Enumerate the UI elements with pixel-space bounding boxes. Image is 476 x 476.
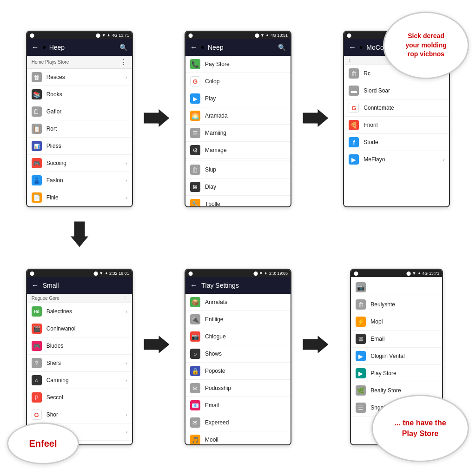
bubble-text-sick: Sick dereadyour moldingrop vicbnos (405, 32, 447, 59)
svg-marker-4 (303, 335, 329, 354)
item-icon: ✉ (356, 334, 366, 344)
item-icon: 🎵 (190, 435, 200, 444)
divider (185, 160, 291, 160)
list-item[interactable]: ▶Play (185, 90, 291, 107)
svg-marker-3 (144, 335, 170, 354)
list-item[interactable]: 🎵Mooil (185, 431, 291, 444)
toolbar-title-1: Heep (49, 44, 116, 51)
back-button-2[interactable]: ← (190, 43, 198, 52)
item-icon: 📄 (32, 192, 42, 203)
item-icon: G (349, 103, 359, 113)
bubble-text-play-store: ... tne have thePlay Store (394, 418, 446, 439)
toolbar-4: ← Small (27, 277, 132, 294)
list-item[interactable]: ✉Expereed (185, 414, 291, 431)
item-icon: 🎮 (32, 158, 42, 168)
item-icon: 📊 (32, 141, 42, 151)
toolbar-5: ← Tlay Settings (185, 277, 291, 294)
list-item[interactable]: ✉Email (351, 331, 442, 348)
item-icon: ▬ (349, 86, 359, 96)
list-item[interactable]: ⚡Mopi (351, 313, 442, 331)
item-icon: 🗑 (356, 299, 366, 310)
item-icon: 🔌 (190, 314, 200, 324)
list-item[interactable]: ⚙Mamage (185, 142, 291, 159)
list-item[interactable]: ▶Play Store (351, 365, 442, 382)
list-item[interactable]: 🗑Slup (185, 161, 291, 178)
search-icon-1[interactable]: 🔍 (119, 44, 127, 51)
back-button-5[interactable]: ← (190, 281, 198, 290)
list-item[interactable]: 🎬Coninwanoi (27, 320, 132, 337)
list-item[interactable]: ▶Clogiin Vental (351, 348, 442, 365)
back-button-3[interactable]: ← (349, 43, 356, 52)
list-item[interactable]: 🌅Aramada (185, 107, 291, 125)
statusbar-4: ⬤ ⬤ ▼ ✦ 2:32 19:01 (27, 270, 132, 277)
item-icon: G (32, 410, 42, 420)
svg-marker-1 (70, 221, 89, 247)
list-item[interactable]: ?Shers› (27, 355, 132, 372)
item-icon: 📞 (190, 59, 200, 69)
svg-marker-2 (303, 109, 329, 127)
list-item[interactable]: 📦Anrralats (185, 294, 291, 311)
arrow-right-4 (303, 335, 329, 356)
list-item[interactable]: GColop (185, 73, 291, 90)
list-item[interactable]: ○Camning› (27, 372, 132, 389)
cell-phone6: ⬤ ⬤ ▼ ✦ 4G 13:71 📷 🗑Beulyshte ⚡Mopi ✉Ema… (317, 238, 476, 476)
list-item[interactable]: 📚Rooks (27, 86, 132, 103)
arrow-right-3 (144, 335, 170, 356)
statusbar-2: ⬤ ⬤ ▼ ✦ 4G 13:51 (185, 32, 291, 39)
cell-phone2: ⬤ ⬤ ▼ ✦ 4G 13:51 ← Neep 🔍 📞Pay Store GCo… (159, 0, 317, 238)
list-item[interactable]: 🎮Bludes (27, 337, 132, 355)
list-item[interactable]: ▬Slord Soar (344, 82, 449, 99)
item-icon: 🗑 (349, 68, 359, 79)
toolbar-title-2: Neep (208, 44, 274, 51)
item-icon: 🎮 (32, 341, 42, 351)
list-item[interactable]: ○Shows (185, 345, 291, 363)
toolbar-title-5: Tlay Settings (201, 282, 286, 289)
phone-small: ⬤ ⬤ ▼ ✦ 2:32 19:01 ← Small Reguee Gore ⋮… (26, 269, 133, 445)
back-button-4[interactable]: ← (32, 281, 39, 290)
list-item[interactable]: HdBalectines› (27, 303, 132, 320)
item-icon: ☰ (356, 403, 366, 413)
list-item[interactable]: PSeccol (27, 389, 132, 406)
toolbar-dot-1 (43, 46, 46, 49)
item-icon: 🎬 (32, 324, 42, 334)
list-item[interactable]: 📷Chiogue (185, 328, 291, 345)
list-item[interactable]: 📞Pay Store (185, 56, 291, 73)
item-icon: ▶ (349, 154, 359, 165)
item-icon: ○ (32, 375, 42, 385)
arrow-right-2 (303, 109, 329, 129)
statusbar-6: ⬤ ⬤ ▼ ✦ 4G 13:71 (351, 270, 442, 277)
list-item[interactable]: ▶MeFlayo› (344, 151, 449, 168)
section-dots-1[interactable]: ⋮ (120, 58, 127, 66)
list-item[interactable]: 📋Rort (27, 120, 132, 138)
list-item[interactable]: GConntemate (344, 99, 449, 117)
list-item[interactable]: 🗑Resces› (27, 69, 132, 86)
list-item[interactable]: fStode (344, 134, 449, 151)
list-item[interactable]: 🔧Tbolle (185, 196, 291, 206)
list-item[interactable]: 🍕Fnoril (344, 117, 449, 134)
list-item[interactable]: ☰Marniing (185, 125, 291, 142)
list-item[interactable]: 🔒Poposle (185, 363, 291, 380)
list-item[interactable]: 📄Finle› (27, 189, 132, 206)
item-icon: 🗒 (32, 106, 42, 117)
list-item[interactable]: 🔌Entliige (185, 311, 291, 328)
item-icon: 👗 (32, 175, 42, 185)
item-icon: 🖥 (190, 182, 200, 192)
list-item[interactable]: 📊Plidss (27, 138, 132, 155)
back-button-1[interactable]: ← (32, 43, 39, 52)
section-header-4: Reguee Gore ⋮ (27, 294, 132, 303)
toolbar-title-4: Small (43, 282, 127, 289)
list-item[interactable]: 🗑Beulyshte (351, 296, 442, 313)
bubble-sick-deread: Sick dereadyour moldingrop vicbnos (383, 12, 469, 79)
list-item[interactable]: 🖥Dlay (185, 178, 291, 196)
list-item[interactable]: ✉Podusship (185, 380, 291, 397)
item-icon: ? (32, 358, 42, 368)
phone-content-1: Home Plays Store ⋮ 🗑Resces› 📚Rooks 🗒Gafl… (27, 56, 132, 206)
list-item[interactable]: 🗒Gaflor (27, 103, 132, 120)
list-item[interactable]: 🎮Socoing› (27, 155, 132, 172)
section-dots-4[interactable]: ⋮ (123, 296, 127, 301)
list-item[interactable]: 📧Email (185, 397, 291, 414)
list-item[interactable]: 👗Faslon› (27, 172, 132, 189)
list-item[interactable]: GShor› (27, 406, 132, 423)
list-item[interactable]: 📷 (351, 279, 442, 296)
search-icon-2[interactable]: 🔍 (278, 44, 286, 51)
